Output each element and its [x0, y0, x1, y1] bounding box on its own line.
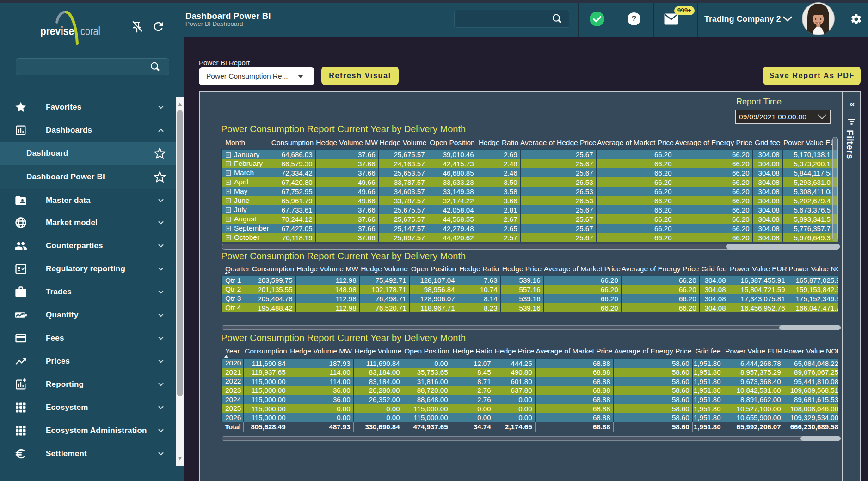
- svg-text:previse: previse: [40, 24, 74, 38]
- svg-text:coral: coral: [80, 24, 100, 37]
